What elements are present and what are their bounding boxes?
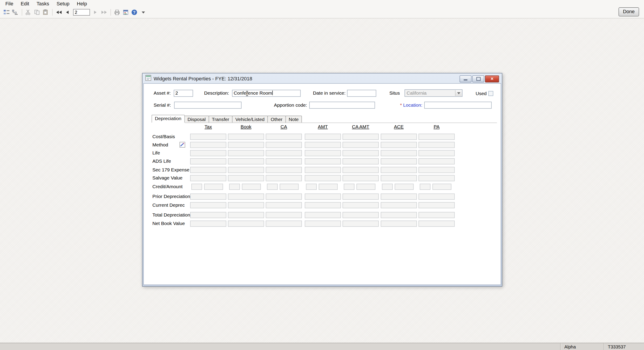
- grid-field-life-tax[interactable]: [190, 150, 226, 156]
- apportion-code-field[interactable]: [309, 102, 375, 109]
- grid-field-total-depreciation-tax[interactable]: [190, 212, 226, 218]
- menu-setup[interactable]: Setup: [53, 0, 73, 7]
- asset-number-field[interactable]: 2: [174, 90, 193, 97]
- form-view-icon[interactable]: [122, 8, 130, 16]
- grid-field-credit-amount-ca-amt-1[interactable]: [344, 184, 354, 190]
- grid-field-net-book-value-book[interactable]: [228, 220, 264, 227]
- grid-field-salvage-value-tax[interactable]: [190, 175, 226, 181]
- grid-field-life-pa[interactable]: [418, 150, 455, 156]
- used-checkbox[interactable]: [488, 91, 493, 96]
- grid-field-life-ca[interactable]: [266, 150, 302, 156]
- grid-field-salvage-value-ca[interactable]: [266, 175, 302, 181]
- grid-field-method-ca-amt[interactable]: [342, 142, 379, 148]
- done-button[interactable]: Done: [618, 7, 639, 16]
- grid-field-life-book[interactable]: [228, 150, 264, 156]
- grid-field-method-ca[interactable]: [266, 142, 302, 148]
- grid-field-method-tax[interactable]: [190, 142, 226, 148]
- grid-field-current-deprec-book[interactable]: [228, 202, 264, 208]
- maximize-button[interactable]: [472, 75, 484, 82]
- grid-field-sec-179-expense-ace[interactable]: [381, 167, 417, 173]
- paste-icon[interactable]: [42, 8, 50, 16]
- grid-field-cost-basis-ace[interactable]: [381, 134, 417, 140]
- first-record-button[interactable]: [54, 8, 63, 16]
- serial-number-field[interactable]: [174, 102, 242, 109]
- grid-field-life-ca-amt[interactable]: [342, 150, 379, 156]
- record-number-input[interactable]: [73, 9, 90, 15]
- grid-field-credit-amount-ca-2[interactable]: [280, 184, 298, 190]
- grid-field-cost-basis-amt[interactable]: [305, 134, 341, 140]
- grid-field-sec-179-expense-book[interactable]: [228, 167, 264, 173]
- grid-field-total-depreciation-amt[interactable]: [305, 212, 341, 218]
- grid-field-cost-basis-ca[interactable]: [266, 134, 302, 140]
- grid-field-ads-life-book[interactable]: [228, 158, 264, 165]
- description-field[interactable]: Conference Room: [232, 90, 301, 97]
- grid-field-credit-amount-book-2[interactable]: [242, 184, 261, 190]
- tree-view-icon[interactable]: [11, 8, 20, 16]
- situs-combobox[interactable]: California: [404, 89, 462, 97]
- grid-field-ads-life-ca[interactable]: [266, 158, 302, 165]
- grid-field-net-book-value-pa[interactable]: [418, 220, 455, 227]
- grid-field-current-deprec-ca[interactable]: [266, 202, 302, 208]
- last-record-button[interactable]: [100, 8, 108, 16]
- grid-field-credit-amount-ca-amt-2[interactable]: [356, 184, 375, 190]
- grid-field-ads-life-amt[interactable]: [305, 158, 341, 165]
- grid-field-credit-amount-tax-1[interactable]: [192, 184, 202, 190]
- grid-field-salvage-value-amt[interactable]: [305, 175, 341, 181]
- grid-field-credit-amount-ace-1[interactable]: [382, 184, 393, 190]
- tab-depreciation[interactable]: Depreciation: [152, 115, 185, 123]
- grid-field-total-depreciation-ace[interactable]: [381, 212, 417, 218]
- grid-field-sec-179-expense-pa[interactable]: [418, 167, 455, 173]
- grid-field-credit-amount-tax-2[interactable]: [204, 184, 223, 190]
- grid-field-total-depreciation-pa[interactable]: [418, 212, 455, 218]
- grid-field-current-deprec-amt[interactable]: [305, 202, 341, 208]
- grid-field-salvage-value-ace[interactable]: [381, 175, 417, 181]
- grid-field-total-depreciation-ca[interactable]: [266, 212, 302, 218]
- menu-tasks[interactable]: Tasks: [33, 0, 53, 7]
- grid-field-net-book-value-ca[interactable]: [266, 220, 302, 227]
- grid-field-prior-depreciation-ace[interactable]: [381, 193, 417, 200]
- help-icon[interactable]: ?: [130, 8, 138, 16]
- grid-field-credit-amount-book-1[interactable]: [229, 184, 240, 190]
- grid-field-credit-amount-ace-2[interactable]: [395, 184, 414, 190]
- copy-icon[interactable]: [33, 8, 41, 16]
- grid-field-cost-basis-pa[interactable]: [418, 134, 455, 140]
- tab-disposal[interactable]: Disposal: [184, 116, 209, 123]
- combo-dropdown-button[interactable]: [455, 90, 462, 96]
- dialog-titlebar[interactable]: Widgets Rental Properties - FYE: 12/31/2…: [143, 74, 501, 83]
- previous-record-button[interactable]: [63, 8, 72, 16]
- grid-field-method-pa[interactable]: [418, 142, 455, 148]
- grid-field-current-deprec-tax[interactable]: [190, 202, 226, 208]
- grid-field-life-ace[interactable]: [381, 150, 417, 156]
- grid-field-method-amt[interactable]: [305, 142, 341, 148]
- menu-file[interactable]: File: [2, 0, 17, 7]
- grid-field-prior-depreciation-ca-amt[interactable]: [342, 193, 379, 200]
- grid-field-sec-179-expense-ca-amt[interactable]: [342, 167, 379, 173]
- grid-field-credit-amount-amt-2[interactable]: [319, 184, 338, 190]
- asset-list-icon[interactable]: [2, 8, 11, 16]
- grid-field-salvage-value-pa[interactable]: [418, 175, 455, 181]
- menu-help[interactable]: Help: [73, 0, 90, 7]
- grid-field-net-book-value-amt[interactable]: [305, 220, 341, 227]
- minimize-button[interactable]: [460, 75, 471, 82]
- next-record-button[interactable]: [91, 8, 100, 16]
- grid-field-method-book[interactable]: [228, 142, 264, 148]
- grid-field-net-book-value-tax[interactable]: [190, 220, 226, 227]
- grid-field-ads-life-pa[interactable]: [418, 158, 455, 165]
- print-icon[interactable]: [113, 8, 121, 16]
- method-wizard-icon[interactable]: [180, 142, 185, 148]
- menu-edit[interactable]: Edit: [17, 0, 33, 7]
- tab-other[interactable]: Other: [268, 116, 286, 123]
- grid-field-net-book-value-ace[interactable]: [381, 220, 417, 227]
- grid-field-prior-depreciation-pa[interactable]: [418, 193, 455, 200]
- grid-field-salvage-value-book[interactable]: [228, 175, 264, 181]
- grid-field-credit-amount-pa-2[interactable]: [432, 184, 451, 190]
- grid-field-prior-depreciation-tax[interactable]: [190, 193, 226, 200]
- grid-field-current-deprec-pa[interactable]: [418, 202, 455, 208]
- tab-vehicle-listed[interactable]: Vehicle/Listed: [232, 116, 268, 123]
- grid-field-ads-life-ca-amt[interactable]: [342, 158, 379, 165]
- grid-field-sec-179-expense-amt[interactable]: [305, 167, 341, 173]
- grid-field-prior-depreciation-amt[interactable]: [305, 193, 341, 200]
- grid-field-cost-basis-book[interactable]: [228, 134, 264, 140]
- grid-field-ads-life-ace[interactable]: [381, 158, 417, 165]
- grid-field-prior-depreciation-ca[interactable]: [266, 193, 302, 200]
